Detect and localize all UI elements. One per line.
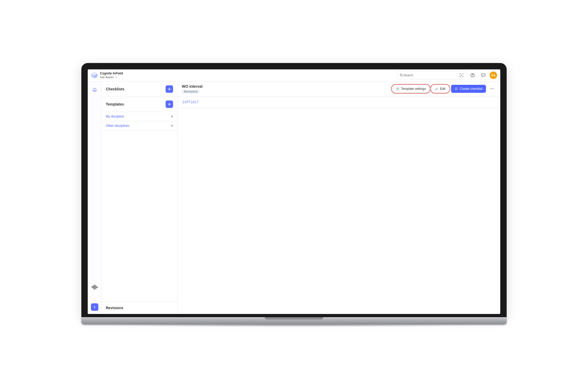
main-body: 21PT1017 [178,97,500,108]
laptop-mockup: Cognite InField Ivar Aasen [81,63,507,327]
sidebar-section-checklists: Checklists [102,82,177,97]
svg-point-14 [493,89,494,89]
sidebar-link-label: My discipline [106,115,124,118]
app-logo-block: Cognite InField Ivar Aasen [91,72,123,79]
page-title: WO interval [182,84,203,89]
sidebar-link-label: Other disciplines [106,124,129,128]
svg-point-9 [483,75,484,75]
svg-point-10 [484,75,484,75]
pencil-icon [435,87,438,91]
app-name: Cognite InField [100,72,123,75]
sidebar-section-templates: Templates [102,97,177,112]
help-button[interactable] [468,71,477,79]
edit-button[interactable]: Edit [431,85,449,93]
workspace-name: Ivar Aasen [100,76,114,79]
svg-point-8 [482,75,483,75]
chevron-down-icon [115,76,117,78]
template-settings-button[interactable]: Template settings [392,85,429,93]
add-template-button[interactable] [166,100,173,108]
search-input[interactable] [403,73,459,77]
collapse-rail-button[interactable] [91,303,98,311]
feedback-button[interactable] [479,71,488,79]
list-item[interactable]: 21PT1017 [178,97,500,108]
svg-point-13 [492,89,492,89]
svg-point-3 [400,74,402,76]
add-checklist-button[interactable] [166,85,173,93]
sound-wave-icon [91,283,99,291]
sidebar-checklists-title: Checklists [106,87,124,91]
sidebar-link-my-discipline[interactable]: My discipline [102,112,177,121]
app-logo-icon [91,72,98,79]
more-actions-button[interactable] [488,85,496,93]
avatar-initials: EA [491,74,495,77]
laptop-shadow [103,325,485,327]
button-label: Edit [440,87,446,91]
chevron-right-icon [171,124,173,127]
svg-point-11 [397,88,398,89]
svg-point-6 [472,76,473,76]
chevron-right-icon [171,115,173,118]
nav-home-button[interactable] [90,85,99,94]
main-header: WO interval Mechanical Template settings… [178,82,500,97]
search-icon [400,73,403,77]
checklist-icon [455,87,458,91]
dots-horizontal-icon [490,87,494,91]
search-input-wrapper[interactable] [397,71,466,79]
item-code: 21PT1017 [182,100,199,104]
nav-rail [88,82,102,314]
laptop-base [81,317,507,325]
gear-icon [396,87,400,91]
svg-point-4 [461,75,462,76]
button-label: Create checklist [460,87,482,91]
sidebar-revisions-title: Revisions [106,306,123,310]
sidebar-templates-title: Templates [106,102,124,106]
svg-point-12 [490,89,491,89]
sidebar-link-other-disciplines[interactable]: Other disciplines [102,121,177,131]
button-label: Template settings [401,87,426,91]
workspace-selector[interactable]: Ivar Aasen [100,76,123,79]
create-checklist-button[interactable]: Create checklist [451,85,486,93]
sidebar-section-revisions: Revisions [102,301,177,314]
main-panel: WO interval Mechanical Template settings… [178,82,500,314]
avatar[interactable]: EA [490,72,497,79]
scan-icon[interactable] [459,73,464,78]
topbar: Cognite InField Ivar Aasen [88,69,500,82]
sidebar: Checklists Templates My discipline [102,82,178,314]
discipline-tag: Mechanical [182,90,200,94]
